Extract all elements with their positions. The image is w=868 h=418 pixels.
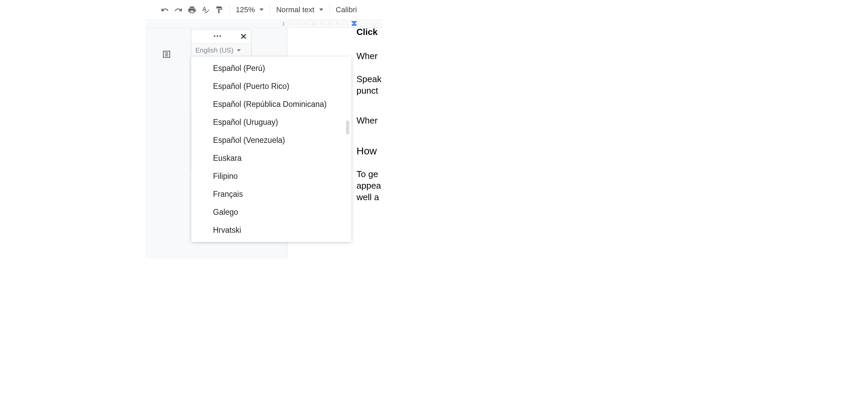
- doc-line: punct: [356, 86, 378, 96]
- outline-icon[interactable]: [160, 48, 173, 61]
- doc-line: Wher: [356, 51, 378, 61]
- language-select[interactable]: English (US): [191, 43, 251, 57]
- scrollbar-thumb[interactable]: [346, 120, 349, 135]
- language-label: English (US): [195, 46, 233, 54]
- paint-format-icon[interactable]: [212, 3, 226, 17]
- zoom-select[interactable]: 125%: [233, 5, 266, 14]
- separator: [229, 5, 230, 15]
- zoom-label: 125%: [236, 5, 255, 14]
- chevron-down-icon: [259, 8, 264, 11]
- chevron-down-icon: [237, 49, 241, 52]
- font-select[interactable]: Calibri: [333, 5, 360, 14]
- doc-line: Speak: [356, 74, 382, 84]
- separator: [329, 5, 330, 15]
- doc-line: Click: [356, 27, 378, 37]
- doc-line: well a: [356, 192, 379, 203]
- language-option[interactable]: Filipino: [191, 167, 351, 185]
- document-area: Click Wher Speak punct Wher How To ge ap…: [145, 28, 383, 259]
- language-dropdown: Español (Perú) Español (Puerto Rico) Esp…: [191, 57, 351, 242]
- language-option[interactable]: Español (República Dominicana): [191, 95, 351, 113]
- doc-heading: How: [356, 145, 377, 157]
- style-label: Normal text: [276, 5, 314, 14]
- voice-typing-panel: ••• ✕ English (US): [191, 30, 251, 57]
- language-option[interactable]: Galego: [191, 203, 351, 221]
- style-select[interactable]: Normal text: [273, 5, 326, 14]
- language-option[interactable]: Français: [191, 185, 351, 203]
- indent-marker[interactable]: [351, 21, 357, 26]
- language-option[interactable]: Español (Puerto Rico): [191, 77, 351, 95]
- toolbar: 125% Normal text Calibri: [145, 0, 383, 20]
- font-label: Calibri: [336, 5, 357, 14]
- ruler: 1: [145, 20, 383, 28]
- undo-icon[interactable]: [158, 3, 172, 17]
- language-option[interactable]: Hrvatski: [191, 221, 351, 239]
- spellcheck-icon[interactable]: [199, 3, 212, 17]
- ruler-number: 1: [282, 21, 285, 26]
- language-option[interactable]: Español (Venezuela): [191, 131, 351, 149]
- chevron-down-icon: [319, 8, 323, 11]
- more-icon[interactable]: •••: [195, 33, 240, 40]
- doc-line: appea: [356, 180, 381, 191]
- close-icon[interactable]: ✕: [240, 32, 247, 41]
- doc-line: Wher: [356, 115, 378, 126]
- language-option[interactable]: Español (Perú): [191, 59, 351, 77]
- print-icon[interactable]: [185, 3, 199, 17]
- redo-icon[interactable]: [172, 3, 185, 17]
- language-option[interactable]: Euskara: [191, 149, 351, 167]
- language-option[interactable]: Español (Uruguay): [191, 113, 351, 131]
- doc-line: To ge: [356, 169, 378, 179]
- separator: [270, 5, 270, 15]
